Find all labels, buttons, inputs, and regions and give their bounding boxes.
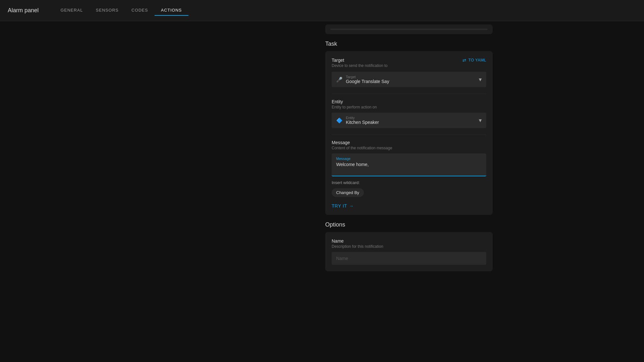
try-it-label: TRY IT <box>332 203 347 209</box>
target-select[interactable]: 🎤 Target Google Translate Say ▾ <box>332 72 486 87</box>
top-card-inner <box>330 29 488 30</box>
content-area: Task Target Device to send the notificat… <box>325 21 493 271</box>
try-it-arrow-icon: → <box>349 203 354 209</box>
name-label: Name <box>332 238 486 244</box>
target-select-sublabel: Target <box>346 75 476 79</box>
try-it-button[interactable]: TRY IT → <box>332 203 354 209</box>
entity-select[interactable]: 🔷 Entity Kitchen Speaker ▾ <box>332 113 486 128</box>
message-field-group: Message Content of the notification mess… <box>332 140 486 197</box>
header: Alarm panel GENERAL SENSORS CODES ACTION… <box>0 0 644 21</box>
task-card: Target Device to send the notification t… <box>325 51 493 215</box>
entity-select-sublabel: Entity <box>346 116 476 120</box>
tab-sensors[interactable]: SENSORS <box>89 5 125 16</box>
entity-select-content: Entity Kitchen Speaker <box>346 116 476 125</box>
mic-icon: 🎤 <box>336 76 343 83</box>
tab-actions[interactable]: ACTIONS <box>155 5 188 16</box>
message-sublabel: Message <box>336 157 482 161</box>
entity-label: Entity <box>332 99 486 104</box>
name-input[interactable] <box>332 252 486 265</box>
tab-general[interactable]: GENERAL <box>54 5 89 16</box>
target-field-header: Target Device to send the notification t… <box>332 58 486 71</box>
name-field-group: Name Description for this notification <box>332 238 486 265</box>
entity-description: Entity to perform action on <box>332 105 486 109</box>
divider-1 <box>332 94 486 94</box>
target-label: Target <box>332 58 387 63</box>
name-description: Description for this notification <box>332 244 486 249</box>
changed-by-chip-label: Changed By <box>336 190 359 195</box>
target-chevron-icon: ▾ <box>479 76 482 83</box>
options-section-label: Options <box>325 221 493 228</box>
divider-2 <box>332 135 486 135</box>
target-select-value: Google Translate Say <box>346 79 476 84</box>
target-select-content: Target Google Translate Say <box>346 75 476 84</box>
message-input[interactable]: Welcome home, <box>336 162 482 172</box>
target-description: Device to send the notification to <box>332 63 387 68</box>
nav-tabs: GENERAL SENSORS CODES ACTIONS <box>54 5 188 16</box>
top-card-partial <box>325 24 493 34</box>
entity-icon: 🔷 <box>336 117 343 124</box>
changed-by-chip[interactable]: Changed By <box>332 188 364 197</box>
message-field-container: Message Welcome home, <box>332 153 486 176</box>
entity-field-group: Entity Entity to perform action on 🔷 Ent… <box>332 99 486 128</box>
app-title: Alarm panel <box>8 7 39 14</box>
main-content: Task Target Device to send the notificat… <box>0 21 644 284</box>
yaml-button[interactable]: ⇄ TO YAML <box>462 58 486 63</box>
task-section-label: Task <box>325 41 493 47</box>
target-field-labels: Target Device to send the notification t… <box>332 58 387 71</box>
insert-wildcard-label: Insert wildcard: <box>332 180 486 185</box>
message-description: Content of the notification message <box>332 146 486 150</box>
target-field-group: Target Device to send the notification t… <box>332 58 486 87</box>
entity-select-value: Kitchen Speaker <box>346 120 476 125</box>
options-card: Name Description for this notification <box>325 232 493 271</box>
yaml-button-label: TO YAML <box>468 58 486 62</box>
message-label: Message <box>332 140 486 145</box>
entity-chevron-icon: ▾ <box>479 117 482 124</box>
tab-codes[interactable]: CODES <box>125 5 154 16</box>
yaml-icon: ⇄ <box>462 58 467 63</box>
